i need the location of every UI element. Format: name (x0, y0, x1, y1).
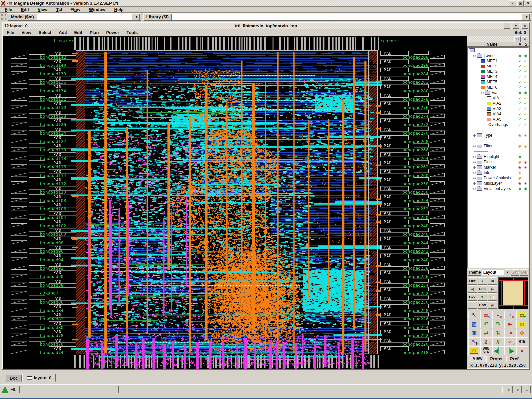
copy-cells-tool[interactable]: ▣ (468, 329, 480, 337)
theme-delete-button[interactable]: Del (520, 269, 528, 276)
visible-mark[interactable]: ✓ (517, 74, 523, 79)
tree-row-plan[interactable]: ⊙Plan◈◈ (468, 159, 528, 165)
expand-pin-icon[interactable]: ⊙ (473, 155, 477, 159)
step-forward-button[interactable]: ▕▶ (504, 346, 516, 355)
toolbar-gripper[interactable] (1, 14, 6, 20)
model-combobox[interactable] (37, 14, 132, 20)
theme-save-button[interactable]: Sav (511, 269, 519, 276)
menu-flow[interactable]: Flow (70, 7, 80, 12)
selectable-mark[interactable]: ✓ (523, 64, 528, 68)
selectable-mark[interactable]: ✓ (523, 96, 528, 100)
tree-row-via4[interactable]: VIA4✓✓ (468, 111, 528, 117)
draw-button[interactable]: Drw (478, 301, 487, 309)
layout-menu-tools[interactable]: Tools (126, 30, 138, 35)
pan-down-icon[interactable]: ▼ (478, 293, 487, 301)
tree-row-power-analysis[interactable]: ⊙Power Analysis◈ (468, 175, 528, 181)
sketch-route-tool[interactable]: // (492, 337, 504, 346)
expand-pin-icon[interactable]: ⊙ (473, 144, 477, 148)
selectable-mark[interactable]: ✓ (523, 122, 528, 127)
visible-mark[interactable]: ◈ (517, 181, 523, 186)
tree-row-via[interactable]: ⊙Via◆◆ (468, 90, 528, 95)
selectable-mark[interactable]: ◈ (523, 165, 528, 170)
tree-row--[interactable]: ------- (468, 149, 528, 154)
tree-row-layer[interactable]: ⊙Layer◆◆ (468, 53, 528, 58)
tree-row-highlight[interactable]: ⊙Highlight◆ (468, 154, 528, 159)
library-combo-arrow-icon[interactable]: ▼ (524, 14, 530, 20)
pan-left-icon[interactable]: ◀ (468, 285, 477, 293)
zoom-full-button[interactable]: Full (478, 285, 487, 293)
no-draw-tool[interactable]: ⊘ (516, 329, 528, 337)
scroll-right-icon[interactable]: > (514, 386, 522, 393)
selectable-mark[interactable]: ◈ (523, 181, 528, 186)
theme-combo-arrow-icon[interactable]: ▼ (505, 269, 510, 275)
tree-row-met5[interactable]: MET5✓✓ (468, 79, 528, 85)
expand-pin-icon[interactable]: ⊙ (473, 182, 477, 185)
tree-row-via2[interactable]: VIA2✓✓ (468, 101, 528, 106)
tab-pref[interactable]: Pref (506, 356, 522, 362)
selectable-mark[interactable]: ◆ (523, 53, 528, 58)
selectable-mark[interactable]: ✓ (523, 74, 528, 79)
zoom-in-button[interactable]: In (488, 277, 497, 285)
tree-row-via3[interactable]: VIA3✓✓ (468, 106, 528, 111)
visible-mark[interactable]: ✓ (517, 80, 523, 84)
zoom-out-button[interactable]: Out (468, 277, 477, 285)
selectable-mark[interactable]: ◆ (523, 186, 528, 191)
expand-pin-icon[interactable]: ⊙ (473, 160, 477, 164)
selectable-mark[interactable]: ✓ (523, 112, 528, 116)
doc-maximize-icon[interactable]: □ (504, 23, 510, 29)
no-move-tool[interactable]: ↗⊘ (504, 311, 516, 319)
visible-mark[interactable]: ◆ (517, 154, 523, 159)
menu-view[interactable]: View (38, 7, 47, 12)
selectable-mark[interactable]: ✓ (523, 80, 528, 84)
selectable-mark[interactable]: ✓ (523, 101, 528, 106)
tab-doc[interactable]: Doc (6, 375, 22, 382)
tree-row-met3[interactable]: MET3✓✓ (468, 69, 528, 74)
model-combo-arrow-icon[interactable]: ▼ (134, 14, 140, 20)
pan-right-icon[interactable]: ▶ (488, 285, 497, 293)
menu-edit[interactable]: Edit (21, 7, 29, 12)
pointer-tool[interactable]: ↖ (468, 311, 480, 319)
push-right-tool[interactable]: ⇥ (504, 329, 516, 337)
ruler-tool[interactable]: ▥ (516, 320, 528, 328)
tree-row--[interactable]: ------ (468, 138, 528, 143)
visible-mark[interactable]: ✓ (517, 96, 523, 100)
f0-button[interactable]: F0 (488, 293, 497, 301)
layout-menu-add[interactable]: Add (59, 30, 67, 35)
tab-view[interactable]: View (469, 355, 486, 362)
visible-mark[interactable]: ✓ (517, 117, 523, 122)
selectable-mark[interactable]: ◈ (523, 133, 528, 138)
no-probe-tool[interactable]: ⊘∕ (504, 337, 516, 346)
panel-shade-icon[interactable]: ≡ (522, 36, 528, 42)
no-select-tool[interactable]: ●⊘ (492, 311, 504, 319)
tab-props[interactable]: Props (486, 356, 506, 362)
visible-mark[interactable]: ◈ (517, 144, 523, 148)
expand-pin-icon[interactable]: ⊙ (473, 134, 477, 137)
expand-pin-icon[interactable]: ⊙ (473, 187, 477, 191)
layout-menu-select[interactable]: Select (39, 30, 51, 35)
layout-menu-power[interactable]: Power (106, 30, 119, 35)
redo-button[interactable]: ↷ (492, 320, 504, 328)
selectable-mark[interactable]: ✓ (523, 59, 528, 63)
layout-window-titlebar[interactable]: 12 layout_0 /rtl_lib/marvin_top/marvin_t… (3, 23, 529, 29)
doc-shade-icon[interactable]: ▼ (513, 23, 519, 29)
visible-mark[interactable]: ✓ (517, 122, 523, 127)
pointer-hold-tool[interactable]: ↖H (468, 337, 480, 346)
chip-layout-canvas[interactable] (3, 36, 456, 369)
selectable-mark[interactable]: ◈ (523, 160, 528, 164)
visible-mark[interactable]: ✓ (517, 59, 523, 63)
visible-mark[interactable]: ◆ (517, 53, 523, 58)
visible-mark[interactable]: ◈ (517, 160, 523, 164)
column-visible[interactable]: V (517, 42, 523, 47)
selectable-mark[interactable]: ✓ (523, 85, 528, 90)
scroll-left-icon[interactable]: < (505, 386, 513, 393)
expand-pin-icon[interactable]: ⊙ (473, 176, 477, 180)
swap-vertical-tool[interactable]: ⇅ (492, 329, 504, 337)
tree-row-met2[interactable]: MET2✓✓ (468, 64, 528, 69)
layer-panel-titlebar[interactable]: □ ≡ (467, 36, 529, 42)
tree-row-via[interactable]: VIA✓✓ (468, 95, 528, 101)
layout-menu-edit[interactable]: Edit (74, 30, 82, 35)
selectable-mark[interactable]: ◈ (523, 144, 528, 148)
visible-mark[interactable]: ◆ (517, 90, 523, 95)
layout-menu-plan[interactable]: Plan (90, 30, 99, 35)
library-field[interactable] (171, 14, 522, 20)
